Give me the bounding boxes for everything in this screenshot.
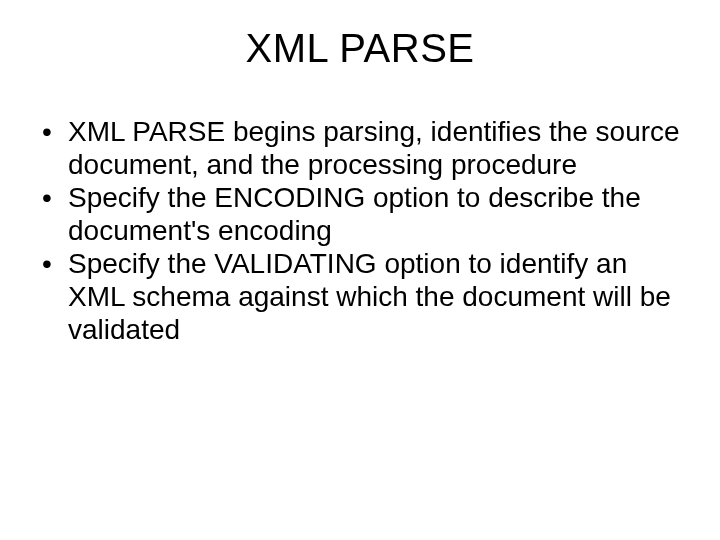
slide-title: XML PARSE [30,26,690,71]
list-item: Specify the ENCODING option to describe … [38,181,682,247]
list-item: Specify the VALIDATING option to identif… [38,247,682,346]
list-item: XML PARSE begins parsing, identifies the… [38,115,682,181]
slide: XML PARSE XML PARSE begins parsing, iden… [0,0,720,540]
bullet-list: XML PARSE begins parsing, identifies the… [30,115,690,346]
